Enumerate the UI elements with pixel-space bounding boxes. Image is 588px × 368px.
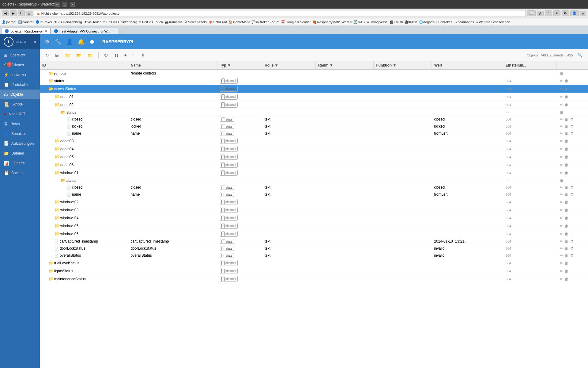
settings-button[interactable]: ⚙: [569, 117, 575, 122]
settings-button[interactable]: ⚙: [569, 192, 575, 197]
table-row[interactable]: 📁doors04↑ channel664✏🗑: [40, 145, 588, 153]
table-row[interactable]: 📄closedclosed○ statetextclosed664✏🗑⚙: [40, 184, 588, 191]
delete-button[interactable]: 🗑: [559, 71, 564, 76]
bell-tool-icon[interactable]: 🔔: [78, 38, 85, 45]
folder-button-2[interactable]: 📂: [74, 52, 83, 59]
menu-button[interactable]: ≡: [580, 11, 586, 16]
settings-button[interactable]: ⚙: [569, 124, 575, 129]
edit-button[interactable]: ✏: [559, 94, 564, 99]
minimize-button[interactable]: ─: [55, 2, 60, 7]
sidebar-item-backup[interactable]: 💾 Backup: [0, 168, 40, 178]
delete-button[interactable]: 🗑: [564, 102, 569, 107]
delete-button[interactable]: 🗑: [564, 139, 569, 144]
table-row[interactable]: 📄overallStatusoverallStatus○ statetextin…: [40, 252, 588, 259]
table-row[interactable]: 📁status↑ channel664✏🗑: [40, 77, 588, 85]
bookmark-vis-touch[interactable]: 👁 vis Touch: [84, 20, 102, 24]
edit-button[interactable]: ✏: [559, 124, 564, 129]
edit-button[interactable]: ✏: [559, 216, 564, 220]
table-row[interactable]: 📄carCapturedTimestampcarCapturedTimestam…: [40, 238, 588, 245]
table-row[interactable]: 📁windows06↑ channel664✏🗑: [40, 230, 588, 238]
delete-button[interactable]: 🗑: [564, 246, 569, 251]
close-button[interactable]: ✕: [70, 2, 75, 7]
bookmark-imdb[interactable]: 🎥 IMDb: [405, 20, 417, 24]
delete-button[interactable]: 🗑: [559, 178, 564, 183]
bookmark-counter[interactable]: 🔢 counter: [18, 20, 34, 24]
bookmark-kameras[interactable]: 📷 Kameras: [165, 20, 183, 24]
sidebar-item-ubersicht[interactable]: ⊞ Übersicht: [0, 50, 40, 60]
edit-button[interactable]: ✏: [559, 232, 564, 236]
delete-button[interactable]: 🗑: [564, 239, 569, 244]
sidebar-item-protokolle[interactable]: 📋 Protokolle: [0, 80, 40, 90]
delete-button[interactable]: 🗑: [564, 192, 569, 197]
table-row[interactable]: 📂status---🗑: [40, 109, 588, 116]
upload-button[interactable]: ↑: [131, 52, 137, 59]
sidebar-item-dateien[interactable]: 📁 Dateien: [0, 148, 40, 158]
edit-button[interactable]: ✏: [559, 200, 564, 205]
table-row[interactable]: 📁doors05↑ channel664✏🗑: [40, 153, 588, 161]
table-row[interactable]: 📂status---🗑: [40, 177, 588, 184]
edit-button[interactable]: ✏: [559, 117, 564, 122]
table-row[interactable]: 📁windows04↑ channel664✏🗑: [40, 214, 588, 222]
sidebar-item-skripte[interactable]: 📜 Skripte: [0, 99, 40, 109]
table-row[interactable]: 📄closedclosed○ statetextclosed664✏🗑⚙: [40, 116, 588, 123]
bookmark-dogado[interactable]: 🌐 dogado: [419, 20, 435, 24]
settings-button[interactable]: ⚙: [569, 239, 575, 244]
edit-button[interactable]: ✏: [559, 102, 564, 107]
delete-button[interactable]: 🗑: [564, 253, 569, 258]
edit-button[interactable]: ✏: [559, 185, 564, 190]
download-button[interactable]: ⬇: [553, 10, 560, 16]
bookmark-edit-vis-touch[interactable]: ✏ Edit vis Touch: [139, 20, 163, 24]
bookmark-iobroker[interactable]: 🔵 ioBroker: [36, 20, 52, 24]
wrench-tool-icon[interactable]: 🔧: [55, 38, 61, 45]
address-bar[interactable]: 🔓 Nicht sicher http://192.168.192.29:808…: [34, 10, 526, 17]
delete-button[interactable]: 🗑: [559, 110, 564, 115]
settings-button[interactable]: ⚙: [569, 185, 575, 190]
table-row[interactable]: 📁windows01↑ channel664✏🗑: [40, 169, 588, 177]
sidebar-item-adapter[interactable]: 🔌 Adapter 2: [0, 60, 40, 70]
edit-button[interactable]: ✏: [559, 261, 564, 266]
bookmark-google-kalender[interactable]: 📅 Google Kalender: [281, 20, 311, 24]
reader-view-button[interactable]: 📖: [527, 10, 536, 16]
search-button[interactable]: 🔍: [575, 52, 584, 59]
edit-button[interactable]: ✏: [559, 239, 564, 244]
folder-button-3[interactable]: 📁: [86, 52, 95, 59]
edit-button[interactable]: ✏: [559, 171, 564, 175]
forward-button[interactable]: ▶: [10, 10, 17, 16]
edit-button[interactable]: ✏: [559, 79, 564, 83]
sync-button[interactable]: ⚙: [562, 10, 569, 16]
table-row[interactable]: 📄lockedlocked○ statetextlocked664✏🗑⚙: [40, 123, 588, 130]
bookmark-joergel[interactable]: 👤 joergel: [2, 20, 16, 24]
table-row[interactable]: 📄doorLockStatusdoorLockStatus○ statetext…: [40, 245, 588, 252]
edit-button[interactable]: ✏: [559, 224, 564, 228]
delete-button[interactable]: 🗑: [564, 232, 569, 236]
grid-view-button[interactable]: ⊞: [53, 52, 61, 59]
table-row[interactable]: 📁maintenanceStatus↑ channel664✏🗑: [40, 275, 588, 283]
tab-objects-close[interactable]: ✕: [44, 29, 47, 33]
settings-tool-icon[interactable]: ⚙: [45, 38, 50, 45]
sidebar-item-echarts[interactable]: 📊 ECharts: [0, 158, 40, 168]
edit-button[interactable]: ✏: [559, 253, 564, 258]
table-row[interactable]: 📁doors01↑ channel664✏🗑: [40, 93, 588, 101]
sidebar-item-benutzer[interactable]: 👤 Benutzer: [0, 129, 40, 139]
delete-button[interactable]: 🗑: [564, 86, 569, 91]
delete-button[interactable]: 🗑: [564, 261, 569, 266]
table-row[interactable]: 📁doors02↑ channel664✏🗑: [40, 101, 588, 109]
edit-button[interactable]: ✏: [559, 246, 564, 251]
table-row[interactable]: 📁lightsStatus↑ channel664✏🗑: [40, 267, 588, 275]
bookmark-tmdb[interactable]: 🎬 TMDb: [390, 20, 403, 24]
table-row[interactable]: 📁windows03↑ channel664✏🗑: [40, 206, 588, 214]
settings-button[interactable]: ⚙: [569, 246, 575, 251]
maximize-button[interactable]: □: [62, 2, 67, 7]
delete-button[interactable]: 🗑: [564, 216, 569, 220]
edit-button[interactable]: ✏: [559, 131, 564, 136]
settings-button[interactable]: ⚙: [569, 131, 575, 136]
settings-button[interactable]: ⚙: [569, 253, 575, 258]
table-row[interactable]: 📂accessStatus↑ channel664✏🗑: [40, 85, 588, 93]
bookmark-vis-heinzenberg[interactable]: 👁 vis Heinzenberg: [54, 20, 82, 24]
translate-button[interactable]: A: [537, 11, 543, 16]
new-tab-button[interactable]: +: [118, 27, 126, 34]
edit-button[interactable]: ✏: [559, 269, 564, 274]
refresh-button[interactable]: ↻: [43, 52, 51, 59]
edit-button[interactable]: ✏: [559, 208, 564, 213]
edit-button[interactable]: ✏: [559, 139, 564, 144]
